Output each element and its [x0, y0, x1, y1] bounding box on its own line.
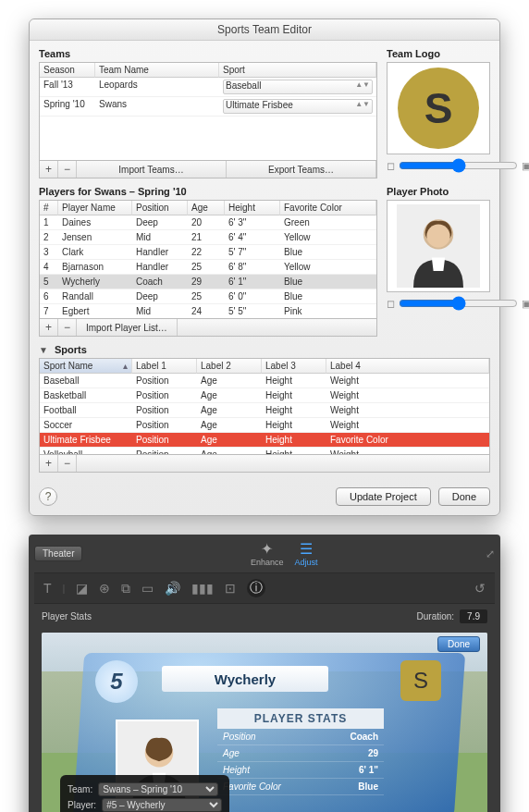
preview-viewer: Done 5 Wycherly S PLAYER STATS PositionC… — [42, 633, 487, 812]
crop-icon[interactable]: ⧉ — [121, 581, 130, 597]
color-board-icon[interactable]: ◪ — [76, 581, 88, 596]
duration-field[interactable]: 7.9 — [460, 609, 487, 623]
table-row[interactable]: BaseballPositionAgeHeightWeight — [40, 374, 489, 388]
export-teams-button[interactable]: Export Teams… — [227, 161, 376, 178]
stats-header: PLAYER STATS — [217, 708, 384, 729]
col-label3[interactable]: Label 3 — [262, 359, 326, 374]
table-row[interactable]: 2JensenMid216' 4"Yellow — [40, 230, 376, 245]
sports-table[interactable]: BaseballPositionAgeHeightWeightBasketbal… — [39, 374, 490, 455]
sport-select[interactable]: Baseball▲▼ — [223, 80, 373, 94]
col-age[interactable]: Age — [188, 201, 225, 215]
remove-team-button[interactable]: − — [58, 161, 77, 178]
update-project-button[interactable]: Update Project — [336, 487, 431, 506]
adjust-tab[interactable]: ☰Adjust — [294, 540, 317, 567]
player-picker-popup: Team: Swans – Spring '10 Player: #5 – Wy… — [60, 775, 229, 812]
done-button[interactable]: Done — [438, 487, 490, 506]
player-picker[interactable]: #5 – Wycherly — [102, 798, 222, 812]
col-sport-name[interactable]: Sport Name ▴ — [40, 359, 132, 374]
import-teams-button[interactable]: Import Teams… — [77, 161, 227, 178]
team-logo-label: Team Logo — [387, 48, 490, 59]
player-number: 5 — [95, 660, 138, 703]
player-photo-label: Player Photo — [387, 186, 490, 197]
col-label1[interactable]: Label 1 — [132, 359, 197, 374]
table-row[interactable]: 1DainesDeep206' 3"Green — [40, 215, 376, 230]
photo-zoom-slider[interactable] — [399, 296, 518, 311]
sports-label: Sports — [55, 344, 87, 355]
sports-header-row: Sport Name ▴ Label 1 Label 2 Label 3 Lab… — [39, 358, 490, 374]
theater-button[interactable]: Theater — [34, 546, 82, 561]
table-row[interactable]: 4BjarnasonHandler256' 8"Yellow — [40, 260, 376, 275]
player-photo-icon — [397, 204, 480, 288]
player-name-plate: Wycherly — [162, 666, 328, 692]
players-header-row: # Player Name Position Age Height Favori… — [39, 200, 377, 215]
window-title: Sports Team Editor — [30, 19, 499, 41]
stats-table: PositionCoachAge29Height6' 1"Favorite Co… — [217, 729, 384, 795]
col-num[interactable]: # — [40, 201, 58, 215]
player-photo-well[interactable] — [387, 200, 490, 292]
table-row[interactable]: Fall '13LeopardsBaseball▲▼ — [40, 78, 376, 97]
revert-icon[interactable]: ↺ — [474, 581, 486, 596]
text-icon[interactable]: T — [43, 581, 52, 596]
sports-team-editor-window: Sports Team Editor Teams Season Team Nam… — [29, 18, 500, 516]
import-players-button[interactable]: Import Player List… — [77, 319, 178, 336]
zoom-out-icon: ◻ — [387, 298, 395, 310]
table-row[interactable]: VolleyballPositionAgeHeightWeight — [40, 448, 489, 455]
col-team-name[interactable]: Team Name — [95, 63, 219, 78]
color-wheel-icon[interactable]: ⊛ — [99, 581, 110, 596]
teams-label: Teams — [39, 48, 377, 59]
team-picker-label: Team: — [68, 784, 92, 794]
team-logo-well[interactable]: S — [387, 62, 490, 154]
col-label2[interactable]: Label 2 — [197, 359, 262, 374]
add-sport-button[interactable]: + — [40, 455, 58, 472]
col-player-name[interactable]: Player Name — [58, 201, 132, 215]
imovie-inspector-window: Theater ✦Enhance ☰Adjust ⤢ T | ◪ ⊛ ⧉ ▭ 🔊… — [29, 535, 500, 812]
add-team-button[interactable]: + — [40, 161, 58, 178]
duration-label: Duration: — [417, 611, 455, 621]
expand-icon[interactable]: ⤢ — [486, 547, 495, 560]
stabilize-icon[interactable]: ▭ — [141, 581, 154, 596]
table-row[interactable]: 3ClarkHandler225' 7"Blue — [40, 245, 376, 260]
table-row[interactable]: Ultimate FrisbeePositionAgeHeightFavorit… — [40, 433, 489, 448]
sort-asc-icon: ▴ — [123, 361, 128, 371]
wand-icon: ✦ — [261, 540, 273, 558]
logo-zoom-slider[interactable] — [399, 158, 518, 173]
enhance-tab[interactable]: ✦Enhance — [251, 540, 284, 567]
team-logo-small-icon: S — [400, 660, 441, 701]
col-height[interactable]: Height — [225, 201, 280, 215]
zoom-out-icon: ◻ — [387, 160, 395, 172]
col-label4[interactable]: Label 4 — [326, 359, 489, 374]
team-logo-icon: S — [398, 68, 479, 149]
table-row[interactable]: SoccerPositionAgeHeightWeight — [40, 418, 489, 433]
add-player-button[interactable]: + — [40, 319, 58, 336]
equalizer-icon[interactable]: ▮▮▮ — [191, 581, 214, 596]
svg-point-2 — [426, 225, 449, 248]
speed-icon[interactable]: ⊡ — [225, 581, 236, 596]
players-label: Players for Swans – Spring '10 — [39, 186, 377, 197]
adjust-toolbar: T | ◪ ⊛ ⧉ ▭ 🔊 ▮▮▮ ⊡ ⓘ ↺ — [34, 572, 495, 604]
col-position[interactable]: Position — [132, 201, 188, 215]
table-row[interactable]: 6RandallDeep256' 0"Blue — [40, 289, 376, 304]
table-row[interactable]: FootballPositionAgeHeightWeight — [40, 403, 489, 418]
teams-table[interactable]: Fall '13LeopardsBaseball▲▼Spring '10Swan… — [39, 78, 377, 161]
col-sport[interactable]: Sport — [219, 63, 376, 78]
player-picker-label: Player: — [68, 800, 96, 810]
players-table[interactable]: 1DainesDeep206' 3"Green2JensenMid216' 4"… — [39, 215, 377, 319]
team-picker[interactable]: Swans – Spring '10 — [98, 782, 218, 796]
table-row[interactable]: Spring '10SwansUltimate Frisbee▲▼ — [40, 97, 376, 117]
col-season[interactable]: Season — [40, 63, 95, 78]
col-favorite[interactable]: Favorite Color — [280, 201, 376, 215]
teams-header-row: Season Team Name Sport — [39, 62, 377, 78]
sport-select[interactable]: Ultimate Frisbee▲▼ — [223, 99, 373, 114]
table-row[interactable]: BasketballPositionAgeHeightWeight — [40, 388, 489, 403]
help-button[interactable]: ? — [39, 487, 57, 506]
remove-player-button[interactable]: − — [58, 319, 77, 336]
preview-done-button[interactable]: Done — [437, 636, 480, 652]
table-row[interactable]: 7EgbertMid245' 5"Pink — [40, 304, 376, 319]
info-icon[interactable]: ⓘ — [247, 579, 265, 597]
person-icon: ▣ — [522, 160, 529, 172]
remove-sport-button[interactable]: − — [58, 455, 77, 472]
volume-icon[interactable]: 🔊 — [165, 581, 180, 596]
table-row[interactable]: 5WycherlyCoach296' 1"Blue — [40, 275, 376, 289]
sports-disclosure-icon[interactable]: ▼ — [39, 345, 48, 355]
person-icon: ▣ — [522, 298, 529, 310]
